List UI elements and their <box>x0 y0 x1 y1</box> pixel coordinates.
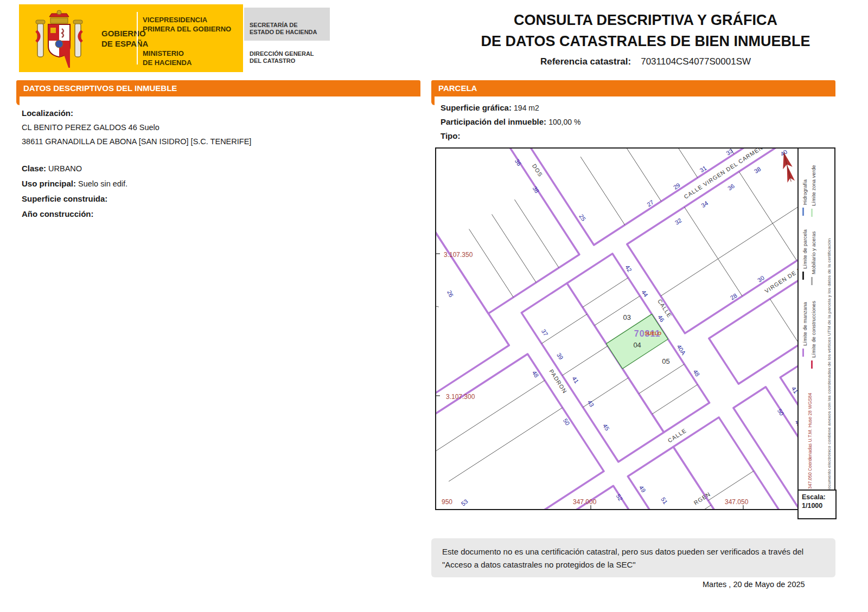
legend-item-label: Límite de construcciones <box>810 276 816 358</box>
cadastral-map-canvas: 363823DOS25CALLE VIRGEN DEL CARMEN272931… <box>436 149 797 509</box>
legend-item-sample <box>802 272 804 280</box>
legend-item-sample <box>802 208 804 216</box>
clase-value: URBANO <box>48 164 82 173</box>
parcela-bar-edge <box>431 96 435 105</box>
map-label-num: 42 <box>624 264 633 273</box>
section-header-datos: DATOS DESCRIPTIVOS DEL INMUEBLE <box>16 80 420 96</box>
map-label-num: 43 <box>794 418 797 428</box>
disclaimer-box: Este documento no es una certificación c… <box>431 538 835 577</box>
map-label-num: 46 <box>656 314 666 323</box>
legend-item-sample <box>811 209 813 217</box>
map-label-num: 44 <box>640 289 649 298</box>
cadastral-reference-label: Referencia catastral: <box>540 56 631 67</box>
vicepresidencia-label: VICEPRESIDENCIA PRIMERA DEL GOBIERNO <box>143 15 231 34</box>
map-label-coord: 347.000 <box>573 498 597 506</box>
legend-item-label: Hidrografía <box>802 160 808 205</box>
tipo-label: Tipo: <box>441 131 460 140</box>
superficie-construida-label: Superficie construida: <box>22 194 107 203</box>
map-label-parcel: 03 <box>623 313 631 321</box>
anio-construccion-label: Año construcción: <box>22 209 94 218</box>
clase-label: Clase: <box>22 164 46 173</box>
secretaria-box: SECRETARÍA DE ESTADO DE HACIENDA <box>244 8 330 41</box>
map-label-num: 48 <box>692 369 701 378</box>
gobierno-title: GOBIERNO DE ESPAÑA <box>101 28 148 49</box>
address-line2: 38611 GRANADILLA DE ABONA [SAN ISIDRO] [… <box>22 134 418 149</box>
map-label-parcel: 05 <box>662 357 669 365</box>
legend-item-label: Mobiliario y aceras <box>810 208 816 274</box>
property-data-panel: Localización: CL BENITO PEREZ GALDOS 46 … <box>22 106 418 221</box>
parcela-data-panel: Superficie gráfica: 194 m2 Participación… <box>441 101 831 143</box>
participacion-label: Participación del inmueble: <box>441 117 546 126</box>
direccion-catastro-label: DIRECCIÓN GENERAL DEL CATASTRO <box>250 50 314 65</box>
government-logo-band: GOBIERNO DE ESPAÑA <box>19 4 243 72</box>
legend-utm-note: 347.050 Coordenadas U.T.M. Huso 28 WGS84 <box>807 363 813 489</box>
map-label-coord: 3.107.300 <box>446 393 475 401</box>
localizacion-label: Localización: <box>22 106 418 120</box>
datos-bar-edge <box>16 96 20 105</box>
map-label-suelo: SUELO <box>644 331 661 336</box>
map-label-parcel: 04 <box>633 341 641 349</box>
legend-item-label: Límite de manzana <box>802 276 808 346</box>
scale-value: 1/1000 <box>802 501 835 510</box>
legend-item-label: Límite de parcela <box>802 208 808 269</box>
legend-item-label: Límite zona verde <box>810 152 816 206</box>
cadastral-reference-value: 7031104CS4077S0001SW <box>641 56 751 67</box>
cadastral-map: 363823DOS25CALLE VIRGEN DEL CARMEN272931… <box>435 147 835 510</box>
superficie-grafica-value: 194 m2 <box>514 104 539 112</box>
address-line1: CL BENITO PEREZ GALDOS 46 Suelo <box>22 120 418 134</box>
ministerio-label: MINISTERIO DE HACIENDA <box>143 49 192 67</box>
scale-box: Escala: 1/1000 <box>797 489 837 519</box>
page-title: CONSULTA DESCRIPTIVA Y GRÁFICA DE DATOS … <box>445 10 846 52</box>
map-label-coord: 3.107.350 <box>444 251 473 259</box>
logo-divider <box>137 12 138 65</box>
map-street-grid: 363823DOS25CALLE VIRGEN DEL CARMEN272931… <box>436 149 797 509</box>
spain-coat-of-arms-icon <box>34 9 84 68</box>
scale-label: Escala: <box>802 493 835 501</box>
participacion-value: 100,00 % <box>548 118 580 126</box>
map-label-coord: 950 <box>442 498 452 506</box>
uso-label: Uso principal: <box>22 179 76 188</box>
map-legend-column: Límite de manzanaLímite de construccione… <box>797 149 834 509</box>
uso-value: Suelo sin edif. <box>78 179 127 188</box>
legend-cert-note: Este documento electrónico contiene anex… <box>827 155 832 502</box>
map-label-coord: 347.050 <box>725 498 749 506</box>
legend-item-sample <box>802 349 804 357</box>
section-header-parcela: PARCELA <box>431 80 835 96</box>
legend-item-sample <box>811 277 813 285</box>
document-date: Martes , 20 de Mayo de 2025 <box>703 580 805 589</box>
cadastral-reference: Referencia catastral:7031104CS4077S0001S… <box>445 56 846 67</box>
superficie-grafica-label: Superficie gráfica: <box>441 103 512 112</box>
